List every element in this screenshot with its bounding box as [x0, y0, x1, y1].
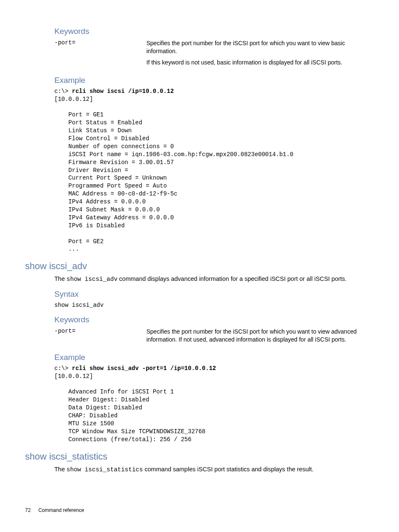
- intro-after: command displays advanced information fo…: [118, 275, 347, 282]
- command: rcli show iscsi /ip=10.0.0.12: [72, 88, 174, 95]
- syntax-heading: Syntax: [54, 290, 374, 299]
- keyword-desc-line: Specifies the port number for the iSCSI …: [146, 328, 374, 344]
- keyword-row: -port= Specifies the port number for the…: [54, 39, 374, 70]
- keywords-heading: Keywords: [54, 27, 374, 36]
- section-heading-iscsi-adv: show iscsi_adv: [25, 261, 374, 272]
- keyword-description: Specifies the port number for the iSCSI …: [146, 328, 374, 347]
- keywords-heading: Keywords: [54, 315, 374, 324]
- chapter-name: Command reference: [38, 507, 84, 513]
- keyword-description: Specifies the port number for the iSCSI …: [146, 39, 374, 70]
- intro-before: The: [54, 466, 66, 473]
- command: rcli show iscsi_adv -port=1 /ip=10.0.0.1…: [72, 365, 216, 372]
- keyword-row: -port= Specifies the port number for the…: [54, 328, 374, 347]
- example-heading: Example: [54, 353, 374, 362]
- page-footer: 72 Command reference: [25, 507, 374, 513]
- intro-paragraph: The show iscsi_adv command displays adva…: [54, 275, 374, 284]
- keyword-label: -port=: [54, 328, 146, 347]
- prompt: c:\>: [54, 365, 72, 372]
- keyword-desc-line: Specifies the port number for the iSCSI …: [146, 39, 374, 55]
- output: [10.0.0.12] Port = GE1 Port Status = Ena…: [54, 96, 293, 253]
- output: [10.0.0.12] Advanced Info for iSCSI Port…: [54, 373, 205, 443]
- intro-paragraph: The show iscsi_statistics command sample…: [54, 465, 374, 474]
- intro-code: show iscsi_adv: [66, 276, 118, 283]
- keyword-label: -port=: [54, 39, 146, 70]
- example-code-block: c:\> rcli show iscsi /ip=10.0.0.12 [10.0…: [54, 87, 374, 254]
- example-heading: Example: [54, 76, 374, 85]
- prompt: c:\>: [54, 88, 72, 95]
- intro-after: command samples iSCSI port statistics an…: [143, 466, 314, 473]
- keyword-desc-line: If this keyword is not used, basic infor…: [146, 59, 374, 67]
- syntax-code: show iscsi_adv: [54, 301, 374, 309]
- intro-code: show iscsi_statistics: [66, 466, 143, 473]
- intro-before: The: [54, 275, 66, 282]
- example-code-block: c:\> rcli show iscsi_adv -port=1 /ip=10.…: [54, 365, 374, 444]
- page-number: 72: [25, 507, 31, 513]
- section-heading-iscsi-statistics: show iscsi_statistics: [25, 451, 374, 462]
